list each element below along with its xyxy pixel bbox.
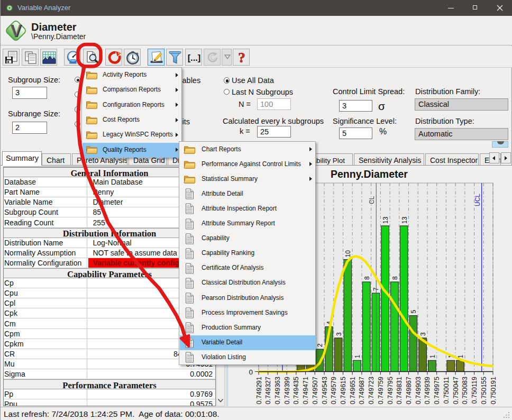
svg-text:10: 10 <box>344 250 352 258</box>
svg-text:CL: CL <box>368 196 376 204</box>
svg-text:0.749291: 0.749291 <box>255 377 263 404</box>
svg-text:0.749507: 0.749507 <box>312 377 319 404</box>
svg-text:UCL: UCL <box>474 194 481 206</box>
svg-text:3: 3 <box>335 332 343 336</box>
svg-text:3: 3 <box>419 332 427 336</box>
svg-text:0.749471: 0.749471 <box>302 377 309 404</box>
svg-text:0.749867: 0.749867 <box>405 377 413 404</box>
svg-text:Penny.Diameter: Penny.Diameter <box>331 168 408 180</box>
svg-text:0.750119: 0.750119 <box>471 377 478 404</box>
svg-text:0.749615: 0.749615 <box>340 377 347 404</box>
svg-text:0.749759: 0.749759 <box>377 377 385 404</box>
svg-text:0.749795: 0.749795 <box>387 377 394 404</box>
svg-text:0.750011: 0.750011 <box>443 377 450 404</box>
svg-text:0.750083: 0.750083 <box>461 377 469 404</box>
svg-text:5: 5 <box>410 310 417 314</box>
svg-text:8: 8 <box>363 276 371 280</box>
svg-text:[...]: [...] <box>187 53 200 62</box>
svg-text:1: 1 <box>354 354 361 358</box>
svg-text:0.749723: 0.749723 <box>368 377 375 404</box>
svg-text:0.749903: 0.749903 <box>415 377 422 404</box>
svg-text:0.749975: 0.749975 <box>433 377 441 404</box>
svg-text:V: V <box>10 21 21 40</box>
svg-text:13: 13 <box>382 216 389 224</box>
svg-text:?: ? <box>238 51 245 65</box>
svg-text:0.749327: 0.749327 <box>264 377 272 404</box>
svg-text:8: 8 <box>391 276 399 280</box>
svg-text:0.749651: 0.749651 <box>349 377 356 404</box>
svg-text:0.750047: 0.750047 <box>452 377 460 404</box>
svg-text:0.749435: 0.749435 <box>292 377 300 404</box>
svg-text:0.749579: 0.749579 <box>330 377 337 404</box>
svg-text:0.749687: 0.749687 <box>358 377 365 404</box>
svg-text:13: 13 <box>401 216 408 224</box>
svg-text:1: 1 <box>429 354 436 358</box>
svg-text:0.750191: 0.750191 <box>490 377 497 404</box>
svg-text:0.749939: 0.749939 <box>424 377 431 404</box>
svg-text:0.749543: 0.749543 <box>321 377 328 404</box>
svg-text:0.749399: 0.749399 <box>284 377 291 404</box>
svg-text:0.749831: 0.749831 <box>396 377 403 404</box>
svg-text:2: 2 <box>316 343 324 347</box>
svg-text:0.749363: 0.749363 <box>274 377 281 404</box>
svg-text:0.750155: 0.750155 <box>480 377 488 404</box>
svg-text:0: 0 <box>249 368 253 376</box>
